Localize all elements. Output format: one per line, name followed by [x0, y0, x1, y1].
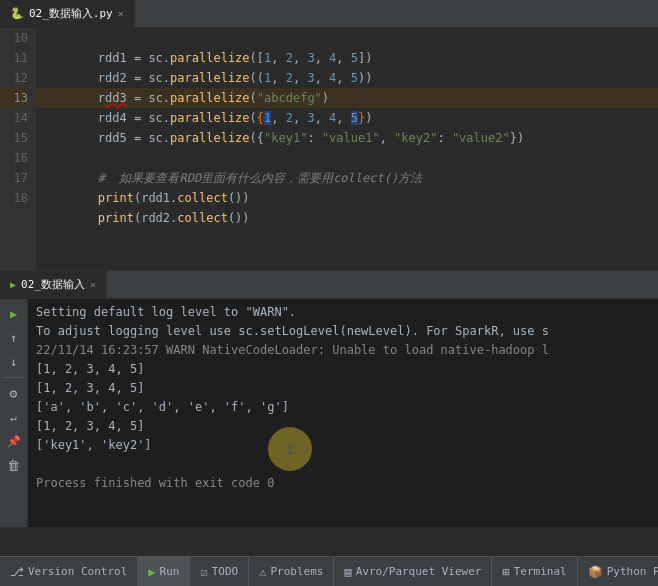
run-divider [4, 377, 24, 378]
run-status-item[interactable]: ▶ Run [138, 557, 190, 587]
line-num-17: 17 [0, 168, 28, 188]
line-num-13: 13 [0, 88, 28, 108]
line-numbers-gutter: 10 11 12 13 14 15 16 17 18 [0, 28, 36, 270]
file-icon: 🐍 [10, 7, 24, 20]
python-packages-item[interactable]: 📦 Python Packages [578, 557, 658, 587]
output-line-blank [36, 455, 650, 474]
soft-wrap-btn[interactable]: ↵ [3, 406, 25, 428]
output-line-2: To adjust logging level use sc.setLogLev… [36, 322, 650, 341]
avro-parquet-item[interactable]: ▤ Avro/Parquet Viewer [334, 557, 492, 587]
output-line-1: Setting default log level to "WARN". [36, 303, 650, 322]
problems-icon: ⚠ [259, 565, 266, 579]
code-content[interactable]: rdd1 = sc.parallelize([1, 2, 3, 4, 5]) r… [36, 28, 658, 270]
line-num-12: 12 [0, 68, 28, 88]
avro-parquet-label: Avro/Parquet Viewer [356, 565, 482, 578]
cursor-symbol: I [286, 440, 294, 459]
run-output-content: Setting default log level to "WARN". To … [28, 299, 658, 527]
scroll-down-btn[interactable]: ↓ [3, 351, 25, 373]
line-num-15: 15 [0, 128, 28, 148]
terminal-item[interactable]: ⊞ Terminal [492, 557, 577, 587]
app-container: 🐍 02_数据输入.py ✕ 10 11 12 13 14 15 16 17 1… [0, 0, 658, 586]
output-line-4: [1, 2, 3, 4, 5] [36, 360, 650, 379]
output-line-6: ['a', 'b', 'c', 'd', 'e', 'f', 'g'] [36, 398, 650, 417]
run-tab-label: 02_数据输入 [21, 277, 85, 292]
problems-status-item[interactable]: ⚠ Problems [249, 557, 334, 587]
output-line-8: ['key1', 'key2'] [36, 436, 650, 455]
output-line-7: [1, 2, 3, 4, 5] [36, 417, 650, 436]
terminal-label: Terminal [514, 565, 567, 578]
tab-label: 02_数据输入.py [29, 6, 113, 21]
run-status-label: Run [160, 565, 180, 578]
terminal-icon: ⊞ [502, 565, 509, 579]
cursor-indicator: I [268, 427, 312, 471]
run-tab-icon: ▶ [10, 279, 16, 290]
todo-status-item[interactable]: ☑ TODO [190, 557, 249, 587]
avro-parquet-icon: ▤ [344, 565, 351, 579]
status-bar: ⎇ Version Control ▶ Run ☑ TODO ⚠ Problem… [0, 556, 658, 586]
problems-label: Problems [270, 565, 323, 578]
run-play-btn[interactable]: ▶ [3, 303, 25, 325]
code-line-10: rdd1 = sc.parallelize([1, 2, 3, 4, 5]) [36, 28, 658, 48]
version-control-icon: ⎇ [10, 565, 24, 579]
run-tab-close-icon[interactable]: ✕ [90, 279, 96, 290]
editor-tab-active[interactable]: 🐍 02_数据输入.py ✕ [0, 0, 135, 28]
version-control-label: Version Control [28, 565, 127, 578]
output-line-process: Process finished with exit code 0 [36, 474, 650, 493]
output-line-5: [1, 2, 3, 4, 5] [36, 379, 650, 398]
run-status-icon: ▶ [148, 565, 155, 579]
line-num-11: 11 [0, 48, 28, 68]
scroll-up-btn[interactable]: ↑ [3, 327, 25, 349]
run-panel: ▶ 02_数据输入 ✕ ▶ ↑ ↓ ⚙ ↵ 📌 🗑 Setting defaul… [0, 270, 658, 556]
pin-btn[interactable]: 📌 [3, 430, 25, 452]
python-packages-icon: 📦 [588, 565, 603, 579]
run-sidebar: ▶ ↑ ↓ ⚙ ↵ 📌 🗑 [0, 299, 28, 527]
settings-btn[interactable]: ⚙ [3, 382, 25, 404]
line-num-18: 18 [0, 188, 28, 208]
code-line-16: # 如果要查看RDD里面有什么内容，需要用collect()方法 [36, 148, 658, 168]
todo-label: TODO [212, 565, 239, 578]
version-control-item[interactable]: ⎇ Version Control [0, 557, 138, 587]
line-num-16: 16 [0, 148, 28, 168]
editor-tab-bar: 🐍 02_数据输入.py ✕ [0, 0, 658, 28]
run-output-area: ▶ ↑ ↓ ⚙ ↵ 📌 🗑 Setting default log level … [0, 299, 658, 527]
clear-btn[interactable]: 🗑 [3, 454, 25, 476]
output-line-3: 22/11/14 16:23:57 WARN NativeCodeLoader:… [36, 341, 650, 360]
line-num-14: 14 [0, 108, 28, 128]
line-num-10: 10 [0, 28, 28, 48]
run-tab[interactable]: ▶ 02_数据输入 ✕ [0, 271, 107, 299]
todo-icon: ☑ [200, 565, 207, 579]
code-editor: 10 11 12 13 14 15 16 17 18 rdd1 = sc.par… [0, 28, 658, 270]
tab-close-icon[interactable]: ✕ [118, 8, 124, 19]
run-tab-bar: ▶ 02_数据输入 ✕ [0, 271, 658, 299]
python-packages-label: Python Packages [607, 565, 658, 578]
